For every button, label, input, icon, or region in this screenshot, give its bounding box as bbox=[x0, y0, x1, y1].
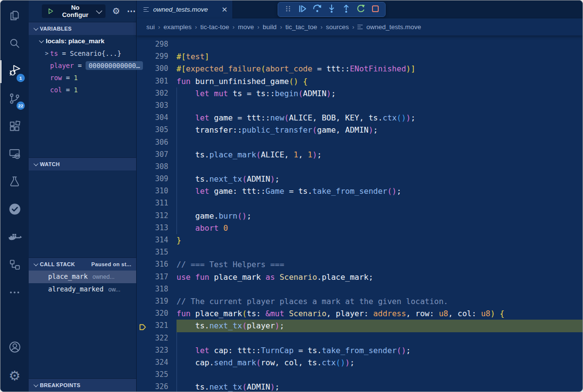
activity-item-source-control[interactable]: 22 bbox=[0, 85, 29, 113]
code-line-311[interactable]: 311 bbox=[137, 197, 583, 209]
code-line-313[interactable]: 313 abort 0 bbox=[137, 222, 583, 234]
code-line-304[interactable]: 304 let game = ttt::new(ALICE, BOB, KEY,… bbox=[137, 112, 583, 124]
code-line-322[interactable]: 322 bbox=[137, 332, 583, 344]
breadcrumb-item-sources[interactable]: sources bbox=[326, 23, 349, 31]
line-number[interactable]: 326 bbox=[137, 381, 177, 392]
step-over-button[interactable] bbox=[310, 3, 324, 16]
activity-item-accounts[interactable] bbox=[0, 334, 29, 362]
code-line-312[interactable]: 312 game.burn(); bbox=[137, 210, 583, 222]
variable-row-col[interactable]: col = 1 bbox=[29, 84, 136, 96]
variables-scope-row[interactable]: locals: place_mark bbox=[29, 35, 136, 47]
line-number[interactable]: 324 bbox=[137, 357, 177, 369]
code-line-308[interactable]: 308 bbox=[137, 161, 583, 173]
breadcrumb-item-sui[interactable]: sui bbox=[146, 23, 155, 31]
step-out-button[interactable] bbox=[339, 3, 353, 16]
code-line-316[interactable]: 316// === Test Helpers === bbox=[137, 258, 583, 271]
code-line-321[interactable]: 321 ts.next_tx(player); bbox=[137, 320, 583, 332]
code-line-314[interactable]: 314} bbox=[137, 234, 583, 246]
stack-frame-place_mark[interactable]: place_markowned... bbox=[29, 271, 136, 283]
line-number[interactable]: 311 bbox=[137, 197, 177, 209]
activity-item-more-views[interactable] bbox=[0, 279, 29, 307]
call-stack-section-header[interactable]: CALL STACK Paused on st... bbox=[29, 257, 136, 271]
activity-item-explorer[interactable] bbox=[0, 2, 29, 30]
activity-item-settings[interactable]: ⚙ bbox=[0, 362, 29, 390]
variables-section-header[interactable]: VARIABLES bbox=[29, 22, 136, 35]
line-number[interactable]: 300 bbox=[137, 63, 177, 75]
activity-item-symbols[interactable] bbox=[0, 252, 29, 279]
code-line-326[interactable]: 326 ts.next_tx(ADMIN); bbox=[137, 381, 583, 392]
debug-settings-gear-icon[interactable]: ⚙ bbox=[112, 7, 120, 16]
line-number[interactable]: 303 bbox=[137, 100, 177, 112]
code-line-315[interactable]: 315 bbox=[137, 246, 583, 258]
code-line-319[interactable]: 319// The current player places a mark a… bbox=[137, 295, 583, 307]
watch-section-header[interactable]: WATCH bbox=[29, 157, 136, 170]
activity-item-docker[interactable] bbox=[0, 224, 29, 252]
line-number[interactable]: 312 bbox=[137, 210, 177, 222]
line-number[interactable]: 306 bbox=[137, 136, 177, 149]
code-line-301[interactable]: 301fun burn_unfinished_game() { bbox=[137, 75, 583, 87]
code-line-300[interactable]: 300#[expected_failure(abort_code = ttt::… bbox=[137, 63, 583, 75]
breadcrumb-item-move[interactable]: move bbox=[238, 23, 254, 31]
code-line-310[interactable]: 310 let game: ttt::Game = ts.take_from_s… bbox=[137, 185, 583, 197]
line-number[interactable]: 302 bbox=[137, 87, 177, 100]
activity-item-testing[interactable] bbox=[0, 169, 29, 196]
activity-item-search[interactable] bbox=[0, 30, 29, 58]
line-number[interactable]: 325 bbox=[137, 369, 177, 381]
line-number[interactable]: 319 bbox=[137, 295, 177, 307]
line-number[interactable]: 307 bbox=[137, 149, 177, 161]
close-icon[interactable]: ✕ bbox=[221, 6, 228, 13]
breadcrumb-item-build[interactable]: build bbox=[263, 23, 277, 31]
step-into-button[interactable] bbox=[324, 3, 339, 16]
breakpoints-section-header[interactable]: BREAKPOINTS bbox=[29, 378, 136, 392]
line-number[interactable]: 299 bbox=[137, 51, 177, 63]
continue-button[interactable] bbox=[295, 3, 310, 16]
code-line-303[interactable]: 303 bbox=[137, 100, 583, 112]
code-line-323[interactable]: 323 let cap: ttt::TurnCap = ts.take_from… bbox=[137, 344, 583, 357]
breadcrumb-item-owned_tests.move[interactable]: owned_tests.move bbox=[357, 23, 421, 31]
code-line-320[interactable]: 320fun place_mark(ts: &mut Scenario, pla… bbox=[137, 307, 583, 320]
code-line-298[interactable]: 298 bbox=[137, 38, 583, 51]
drag-handle-button[interactable] bbox=[281, 3, 295, 16]
variable-row-ts[interactable]: >ts = Scenario{...} bbox=[29, 47, 136, 59]
restart-button[interactable] bbox=[353, 3, 368, 16]
code-editor[interactable]: 298299#[test]300#[expected_failure(abort… bbox=[137, 35, 583, 392]
line-number[interactable]: 316 bbox=[137, 258, 177, 271]
line-number[interactable]: 313 bbox=[137, 222, 177, 234]
line-number[interactable]: 314 bbox=[137, 234, 177, 246]
tab-owned-tests[interactable]: owned_tests.move ✕ bbox=[137, 0, 233, 18]
code-line-324[interactable]: 324 cap.send_mark(row, col, ts.ctx()); bbox=[137, 357, 583, 369]
code-line-325[interactable]: 325 bbox=[137, 369, 583, 381]
line-number[interactable]: 304 bbox=[137, 112, 177, 124]
code-line-317[interactable]: 317use fun place_mark as Scenario.place_… bbox=[137, 271, 583, 283]
line-number[interactable]: 318 bbox=[137, 283, 177, 295]
code-line-302[interactable]: 302 let mut ts = ts::begin(ADMIN); bbox=[137, 87, 583, 100]
activity-item-run-debug[interactable]: 1 bbox=[0, 58, 29, 85]
variable-row-player[interactable]: player = 000000000000… bbox=[29, 59, 136, 71]
line-number[interactable]: 301 bbox=[137, 75, 177, 87]
code-line-299[interactable]: 299#[test] bbox=[137, 51, 583, 63]
line-number[interactable]: 298 bbox=[137, 38, 177, 51]
activity-item-extension-check[interactable] bbox=[0, 196, 29, 224]
line-number[interactable]: 309 bbox=[137, 173, 177, 185]
line-number[interactable]: 317 bbox=[137, 271, 177, 283]
code-line-307[interactable]: 307 ts.place_mark(ALICE, 1, 1); bbox=[137, 149, 583, 161]
variable-row-row[interactable]: row = 1 bbox=[29, 71, 136, 84]
stop-button[interactable] bbox=[368, 3, 383, 16]
line-number[interactable]: 305 bbox=[137, 124, 177, 136]
line-number[interactable]: 310 bbox=[137, 185, 177, 197]
stack-frame-already_marked[interactable]: already_markedow... bbox=[29, 283, 136, 296]
code-line-306[interactable]: 306 bbox=[137, 136, 583, 149]
line-number[interactable]: 323 bbox=[137, 344, 177, 357]
line-number[interactable]: 308 bbox=[137, 161, 177, 173]
breadcrumb-item-tic-tac-toe[interactable]: tic-tac-toe bbox=[200, 23, 229, 31]
line-number[interactable]: 315 bbox=[137, 246, 177, 258]
debug-more-actions-icon[interactable]: ⋯ bbox=[127, 7, 136, 16]
code-line-309[interactable]: 309 ts.next_tx(ADMIN); bbox=[137, 173, 583, 185]
debug-config-dropdown[interactable]: No Configur bbox=[42, 4, 106, 18]
breadcrumb-item-examples[interactable]: examples bbox=[163, 23, 192, 31]
code-line-305[interactable]: 305 transfer::public_transfer(game, ADMI… bbox=[137, 124, 583, 136]
activity-item-remote-explorer[interactable] bbox=[0, 141, 29, 169]
activity-item-extensions[interactable] bbox=[0, 113, 29, 141]
line-number[interactable]: 320 bbox=[137, 307, 177, 320]
line-number[interactable]: 322 bbox=[137, 332, 177, 344]
